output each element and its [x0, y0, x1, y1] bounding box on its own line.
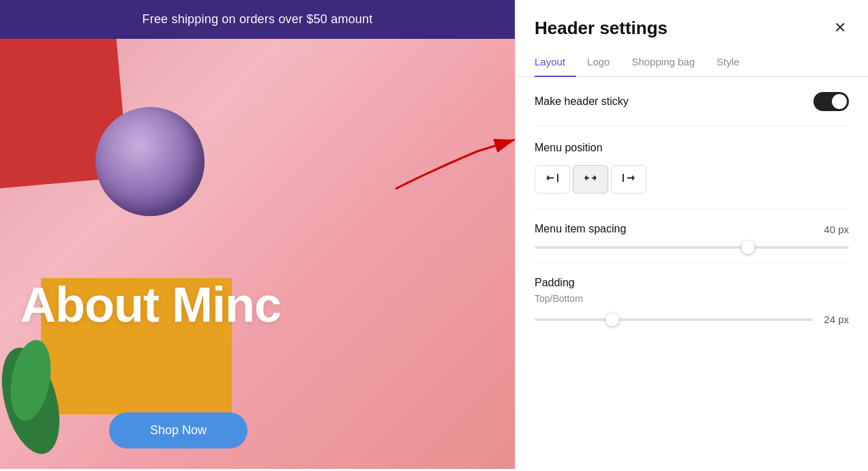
banner-text: Free shipping on orders over $50 amount [143, 12, 373, 26]
align-right-icon [622, 171, 635, 187]
menu-item-spacing-section: Menu item spacing 40 px [535, 209, 849, 263]
tab-style[interactable]: Style [706, 50, 750, 77]
padding-slider[interactable] [535, 318, 813, 321]
menu-position-section: Menu position [535, 127, 849, 209]
padding-slider-header: 24 px [535, 314, 849, 325]
hero-cta-button[interactable]: Shop Now [109, 412, 248, 449]
menu-item-spacing-thumb[interactable] [741, 241, 755, 254]
menu-item-spacing-label: Menu item spacing [535, 223, 626, 235]
menu-item-spacing-value: 40 px [824, 224, 849, 235]
settings-title: Header settings [535, 18, 668, 39]
menu-pos-left-button[interactable] [535, 165, 570, 194]
settings-panel: Header settings ✕ Layout Logo Shopping b… [515, 0, 868, 471]
hero-heading: About Minc [20, 277, 281, 333]
preview-hero: About Minc Shop Now [0, 39, 515, 469]
padding-value: 24 px [824, 314, 849, 325]
padding-subtitle: Top/Bottom [535, 293, 849, 304]
settings-content: Make header sticky Menu position [515, 77, 868, 471]
settings-header: Header settings ✕ [515, 0, 868, 50]
preview-panel: Free shipping on orders over $50 amount … [0, 0, 515, 471]
toggle-track [813, 92, 849, 111]
menu-pos-right-button[interactable] [611, 165, 646, 194]
tab-layout[interactable]: Layout [535, 50, 576, 77]
menu-position-buttons [535, 165, 849, 209]
tab-logo[interactable]: Logo [576, 50, 620, 77]
make-header-sticky-label: Make header sticky [535, 95, 629, 108]
close-icon: ✕ [834, 19, 846, 36]
menu-pos-center-button[interactable] [573, 165, 608, 194]
close-button[interactable]: ✕ [831, 16, 849, 40]
menu-position-label: Menu position [535, 127, 849, 165]
menu-item-spacing-header: Menu item spacing 40 px [535, 223, 849, 235]
padding-title: Padding [535, 277, 849, 289]
tab-shopping-bag[interactable]: Shopping bag [620, 50, 706, 77]
sticky-header-toggle[interactable] [813, 92, 849, 111]
padding-section: Padding Top/Bottom 24 px [535, 263, 849, 325]
make-header-sticky-row: Make header sticky [535, 77, 849, 127]
tabs-bar: Layout Logo Shopping bag Style [515, 50, 868, 77]
hero-ball [95, 107, 205, 216]
align-left-icon [545, 171, 559, 187]
padding-thumb[interactable] [605, 313, 619, 326]
toggle-thumb [832, 94, 847, 109]
align-center-icon [584, 171, 597, 187]
menu-item-spacing-slider[interactable] [535, 246, 849, 249]
preview-banner: Free shipping on orders over $50 amount [0, 0, 515, 39]
